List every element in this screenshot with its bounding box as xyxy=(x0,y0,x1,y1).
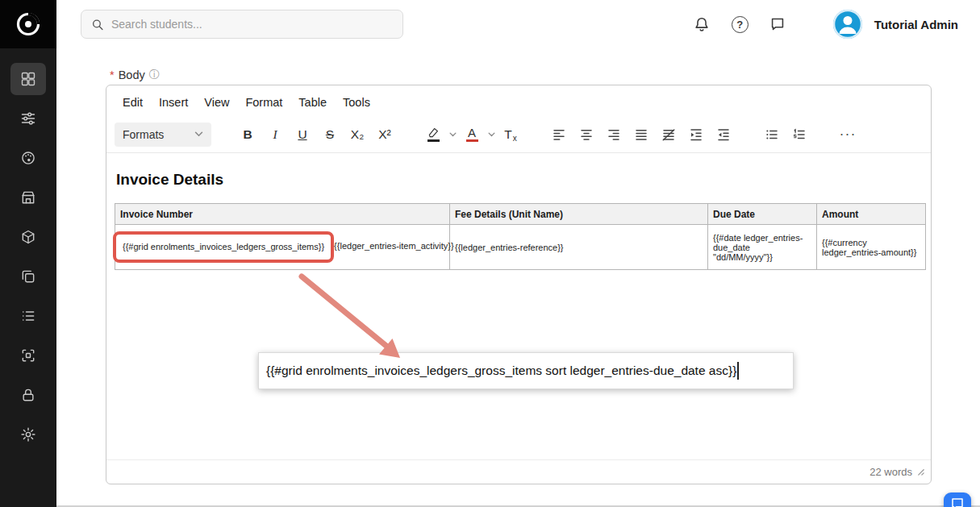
cell-due-date[interactable]: {{#date ledger_entries-due_date "dd/MM/y… xyxy=(708,225,817,270)
notifications-button[interactable] xyxy=(683,7,721,41)
sidebar xyxy=(0,0,56,507)
clear-formatting-x: x xyxy=(513,134,517,148)
header-amount[interactable]: Amount xyxy=(817,204,926,225)
dashboard-icon xyxy=(20,71,36,87)
menu-table[interactable]: Table xyxy=(290,91,335,114)
document-heading[interactable]: Invoice Details xyxy=(116,171,923,189)
align-right-button[interactable] xyxy=(600,121,628,148)
messages-button[interactable] xyxy=(759,7,797,41)
align-right-icon xyxy=(607,127,621,142)
formats-label: Formats xyxy=(123,128,164,141)
indent-button[interactable] xyxy=(682,121,710,148)
menu-tools[interactable]: Tools xyxy=(335,91,378,114)
menu-format[interactable]: Format xyxy=(237,91,290,114)
menu-insert[interactable]: Insert xyxy=(151,91,196,114)
cube-icon xyxy=(20,229,36,245)
sidebar-item-preferences[interactable] xyxy=(10,102,46,135)
menu-edit[interactable]: Edit xyxy=(115,91,151,114)
sidebar-item-store[interactable] xyxy=(10,181,46,214)
underline-button[interactable]: U xyxy=(289,121,316,148)
user-name[interactable]: Tutorial Admin xyxy=(874,18,958,31)
align-none-button[interactable] xyxy=(655,121,682,148)
align-none-icon xyxy=(661,127,676,142)
text-color-button[interactable]: A xyxy=(458,121,486,148)
sidebar-item-products[interactable] xyxy=(10,221,46,253)
store-icon xyxy=(20,189,36,206)
cell-fee-details[interactable]: {{ledger_entries-reference}} xyxy=(450,225,708,270)
copy-icon xyxy=(20,268,36,285)
field-label-text: Body xyxy=(119,69,145,81)
chevron-down-icon xyxy=(488,132,495,137)
bullet-list-icon xyxy=(765,127,779,142)
table-header-row: Invoice Number Fee Details (Unit Name) D… xyxy=(115,204,926,225)
align-justify-button[interactable] xyxy=(628,121,655,148)
align-center-button[interactable] xyxy=(573,121,600,148)
superscript-button[interactable]: X² xyxy=(371,121,398,148)
table-row: {{#grid enrolments_invoices_ledgers_gros… xyxy=(115,225,926,270)
clear-formatting-t: T xyxy=(504,127,511,142)
text-color-menu-chevron[interactable] xyxy=(486,121,497,148)
menu-view[interactable]: View xyxy=(196,91,237,114)
help-icon: ? xyxy=(732,16,749,33)
scan-icon xyxy=(20,347,36,364)
required-marker: * xyxy=(110,69,115,81)
text-cursor xyxy=(737,362,739,380)
chat-icon xyxy=(769,15,786,33)
chevron-down-icon xyxy=(449,132,457,137)
italic-button[interactable]: I xyxy=(261,121,289,148)
bullet-list-button[interactable] xyxy=(758,121,786,148)
sidebar-item-lists[interactable] xyxy=(10,300,46,332)
user-avatar[interactable] xyxy=(832,9,863,39)
highlight-color-menu-chevron[interactable] xyxy=(447,121,458,148)
item-activity-tag-text[interactable]: {{ledger_entries-item_activity}} xyxy=(334,241,454,251)
bold-button[interactable]: B xyxy=(234,121,261,148)
sidebar-item-dashboard[interactable] xyxy=(10,63,46,95)
support-chat-button[interactable] xyxy=(944,492,971,507)
text-color-bar xyxy=(466,139,478,142)
editor-toolbar: Formats B I U S X₂ X² A T x xyxy=(106,116,931,153)
sliders-icon xyxy=(20,110,36,127)
gear-icon xyxy=(20,426,36,443)
text-color-letter: A xyxy=(468,127,476,139)
numbered-list-button[interactable] xyxy=(786,121,813,148)
chat-bubble-icon xyxy=(950,497,965,507)
header-fee-details[interactable]: Fee Details (Unit Name) xyxy=(450,204,708,225)
palette-icon xyxy=(20,150,36,166)
more-tools-button[interactable]: ··· xyxy=(834,121,861,148)
outdent-button[interactable] xyxy=(710,121,737,148)
help-button[interactable]: ? xyxy=(721,7,759,41)
cell-invoice-number[interactable]: {{#grid enrolments_invoices_ledgers_gros… xyxy=(115,225,450,270)
highlight-color-button[interactable] xyxy=(419,121,447,148)
align-left-icon xyxy=(552,127,566,142)
editor-menubar: Edit Insert View Format Table Tools xyxy=(106,85,931,116)
strikethrough-button[interactable]: S xyxy=(316,121,344,148)
numbered-list-icon xyxy=(792,127,807,142)
sidebar-item-settings[interactable] xyxy=(10,418,46,451)
cell-amount[interactable]: {{#currency ledger_entries-amount}} xyxy=(817,225,926,270)
sidebar-item-appearance[interactable] xyxy=(10,142,46,174)
header-invoice-number[interactable]: Invoice Number xyxy=(115,204,450,225)
resize-handle[interactable] xyxy=(916,468,925,476)
highlight-color-bar xyxy=(427,139,440,142)
topbar: ? Tutorial Admin xyxy=(56,0,980,48)
sidebar-item-integrations[interactable] xyxy=(10,339,46,372)
annotation-callout: {{#grid enrolments_invoices_ledgers_gros… xyxy=(258,352,794,389)
sidebar-item-templates[interactable] xyxy=(10,260,46,293)
editor-statusbar: 22 words xyxy=(106,459,931,484)
rich-text-editor: Edit Insert View Format Table Tools Form… xyxy=(106,85,932,484)
list-icon xyxy=(20,308,36,324)
sidebar-item-security[interactable] xyxy=(10,379,46,411)
app-logo[interactable] xyxy=(0,0,56,48)
search-input[interactable] xyxy=(111,18,393,31)
formats-dropdown[interactable]: Formats xyxy=(115,123,211,147)
subscript-button[interactable]: X₂ xyxy=(344,121,371,148)
logo-icon xyxy=(15,10,42,38)
editor-content-area[interactable]: Invoice Details Invoice Number Fee Detai… xyxy=(106,153,931,459)
topbar-actions: ? Tutorial Admin xyxy=(683,7,980,41)
info-icon[interactable]: ⓘ xyxy=(149,68,160,82)
grid-tag-text[interactable]: {{#grid enrolments_invoices_ledgers_gros… xyxy=(123,242,324,251)
search-box[interactable] xyxy=(81,10,403,39)
align-left-button[interactable] xyxy=(545,121,573,148)
header-due-date[interactable]: Due Date xyxy=(708,204,817,225)
clear-formatting-button[interactable]: T x xyxy=(497,121,524,148)
